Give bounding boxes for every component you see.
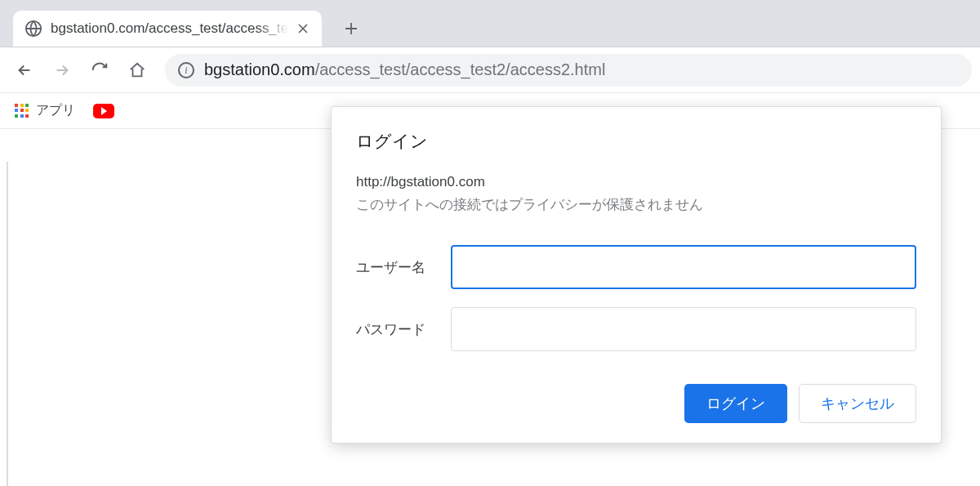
home-button[interactable] xyxy=(121,54,154,87)
browser-tab[interactable]: bgstation0.com/access_test/access_test2/… xyxy=(13,11,322,47)
username-row: ユーザー名 xyxy=(356,245,916,289)
tab-strip: bgstation0.com/access_test/access_test2/… xyxy=(0,0,980,47)
new-tab-button[interactable] xyxy=(335,12,368,45)
toolbar: i bgstation0.com/access_test/access_test… xyxy=(0,47,980,93)
password-label: パスワード xyxy=(356,320,451,339)
login-button[interactable]: ログイン xyxy=(684,384,787,423)
bookmark-youtube[interactable] xyxy=(93,104,114,118)
back-button[interactable] xyxy=(8,54,41,87)
url-text: bgstation0.com/access_test/access_test2/… xyxy=(204,60,605,79)
apps-icon xyxy=(15,104,29,118)
info-icon[interactable]: i xyxy=(178,62,194,78)
forward-button[interactable] xyxy=(46,54,78,87)
youtube-icon xyxy=(93,104,114,118)
username-label: ユーザー名 xyxy=(356,258,451,277)
content-divider xyxy=(7,162,8,486)
cancel-button[interactable]: キャンセル xyxy=(799,384,916,423)
dialog-title: ログイン xyxy=(356,130,916,153)
auth-dialog: ログイン http://bgstation0.com このサイトへの接続ではプラ… xyxy=(331,106,942,444)
address-bar[interactable]: i bgstation0.com/access_test/access_test… xyxy=(165,54,972,87)
username-input[interactable] xyxy=(451,245,916,289)
close-icon[interactable] xyxy=(296,21,310,36)
url-path: /access_test/access_test2/access2.html xyxy=(315,60,606,78)
apps-shortcut[interactable]: アプリ xyxy=(15,102,75,119)
dialog-buttons: ログイン キャンセル xyxy=(356,384,916,423)
reload-button[interactable] xyxy=(83,54,116,87)
password-input[interactable] xyxy=(451,307,916,351)
apps-label: アプリ xyxy=(36,102,75,119)
dialog-warning: このサイトへの接続ではプライバシーが保護されません xyxy=(356,195,916,214)
url-host: bgstation0.com xyxy=(204,60,315,78)
globe-icon xyxy=(24,20,42,38)
password-row: パスワード xyxy=(356,307,916,351)
tab-title: bgstation0.com/access_test/access_test2/… xyxy=(51,20,287,37)
dialog-origin: http://bgstation0.com xyxy=(356,174,916,190)
